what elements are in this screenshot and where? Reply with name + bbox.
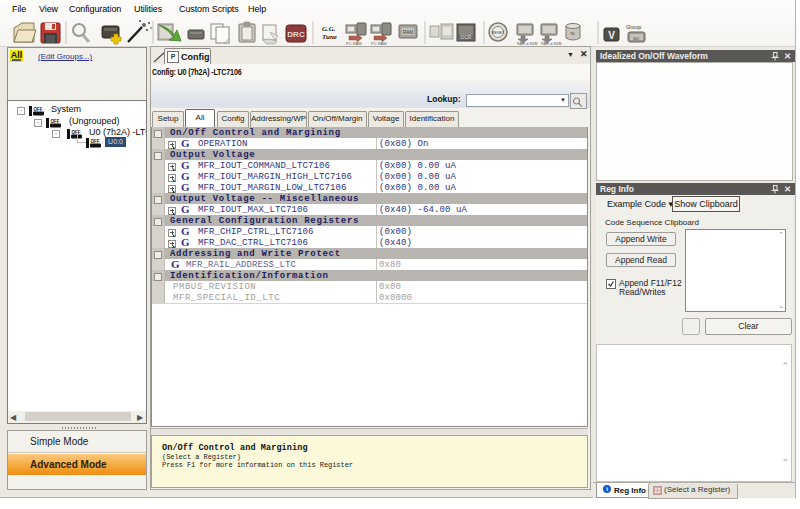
svg-text:RESET: RESET (492, 31, 505, 35)
svg-text:G.G.: G.G. (322, 25, 336, 33)
svg-text:RAM: RAM (403, 30, 413, 35)
svg-text:OFF: OFF (91, 139, 100, 144)
svg-text:GO: GO (633, 36, 639, 41)
svg-text:Tune: Tune (322, 33, 337, 41)
svg-text:OFF: OFF (51, 119, 60, 124)
svg-text:Group: Group (626, 24, 641, 30)
svg-text:DRC: DRC (287, 30, 305, 39)
svg-text:DCR: DCR (461, 34, 472, 40)
svg-text:OFF: OFF (34, 107, 43, 112)
svg-text:V: V (608, 30, 615, 41)
svg-text:NL: NL (570, 31, 576, 36)
